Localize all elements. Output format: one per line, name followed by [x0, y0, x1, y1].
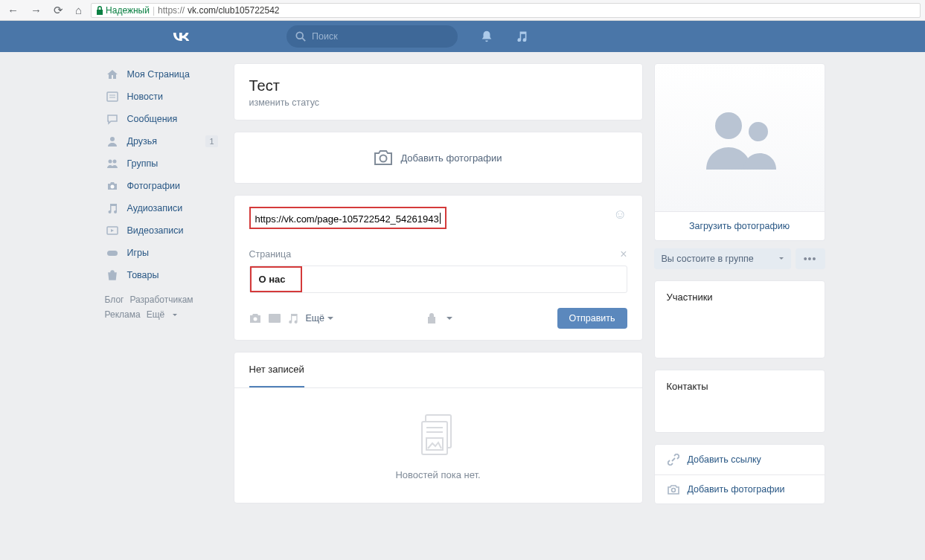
camera-icon — [667, 484, 680, 495]
attach-audio-icon[interactable] — [288, 313, 298, 324]
sidebar-item-label: Видеозаписи — [127, 225, 184, 236]
sidebar-item-label: Фотографии — [127, 181, 180, 191]
groups-icon — [105, 158, 120, 170]
remove-attachment-icon[interactable]: × — [620, 248, 627, 261]
home-icon[interactable]: ⌂ — [72, 4, 85, 16]
footer-ads[interactable]: Реклама — [105, 309, 141, 320]
change-status-link[interactable]: изменить статус — [249, 97, 627, 108]
search-icon — [295, 31, 306, 42]
sidebar-item-photos[interactable]: Фотографии — [100, 175, 223, 197]
wall-tab[interactable]: Нет записей — [249, 353, 304, 387]
attach-more-button[interactable]: Ещё — [306, 313, 334, 324]
group-avatar-icon — [699, 106, 781, 170]
notifications-icon[interactable] — [480, 30, 493, 43]
market-icon — [105, 269, 120, 281]
post-textarea[interactable]: https://vk.com/page-105722542_54261943 — [249, 207, 447, 229]
add-link-button[interactable]: Добавить ссылку — [655, 445, 825, 474]
more-actions-button[interactable]: ••• — [796, 248, 825, 269]
svg-point-21 — [671, 489, 675, 492]
news-icon — [105, 91, 120, 103]
sidebar-item-video[interactable]: Видеозаписи — [100, 219, 223, 242]
sidebar-item-friends[interactable]: Друзья1 — [100, 130, 223, 152]
side-actions-block: Добавить ссылку Добавить фотографии — [654, 444, 825, 504]
friends-icon — [105, 135, 120, 147]
sidebar-item-label: Товары — [127, 270, 159, 280]
secure-badge: Надежный — [96, 5, 150, 16]
search-input[interactable] — [310, 30, 449, 42]
group-title: Тест — [249, 77, 627, 94]
footer-more[interactable]: Ещё — [147, 309, 184, 320]
address-bar[interactable]: Надежный | https://vk.com/club105722542 — [91, 3, 921, 18]
sidebar-item-market[interactable]: Товары — [100, 264, 223, 286]
svg-point-5 — [110, 137, 115, 141]
wall: Нет записей Новостей пока нет. — [234, 352, 643, 503]
svg-point-0 — [296, 32, 303, 39]
svg-rect-10 — [107, 251, 118, 256]
footer-blog[interactable]: Блог — [105, 295, 124, 305]
svg-point-7 — [112, 160, 116, 164]
secure-label: Надежный — [106, 5, 150, 16]
sidebar-item-label: Моя Страница — [127, 69, 190, 80]
svg-point-8 — [110, 185, 114, 189]
upload-photo-button[interactable]: Загрузить фотографию — [654, 212, 825, 241]
home-icon — [105, 68, 120, 80]
svg-rect-13 — [269, 314, 281, 323]
search-field[interactable] — [287, 25, 458, 48]
send-button[interactable]: Отправить — [557, 308, 627, 329]
camera-icon — [105, 180, 120, 192]
footer-dev[interactable]: Разработчикам — [129, 295, 193, 305]
sidebar-item-audio[interactable]: Аудиозаписи — [100, 197, 223, 219]
sidebar-item-label: Новости — [127, 91, 163, 102]
sidebar-item-label: Группы — [127, 158, 159, 169]
attachment-title: О нас — [250, 266, 302, 292]
empty-wall-icon — [421, 414, 455, 456]
add-link-label: Добавить ссылку — [688, 454, 761, 465]
members-block[interactable]: Участники — [654, 280, 825, 358]
back-icon[interactable]: ← — [4, 4, 22, 16]
forward-icon[interactable]: → — [28, 4, 45, 16]
group-avatar-placeholder — [654, 63, 825, 212]
attachment-type-label: Страница — [249, 249, 292, 260]
sidebar-item-news[interactable]: Новости — [100, 86, 223, 108]
sidebar-item-messages[interactable]: Сообщения — [100, 108, 223, 130]
contacts-title: Контакты — [667, 381, 813, 392]
attach-video-icon[interactable] — [269, 313, 281, 324]
svg-line-1 — [302, 38, 305, 41]
svg-point-11 — [380, 155, 387, 162]
reload-icon[interactable]: ⟳ — [51, 4, 66, 17]
post-options-icon[interactable] — [447, 317, 452, 323]
sidebar-footer: БлогРазработчикам РекламаЕщё — [100, 286, 223, 328]
privacy-icon[interactable] — [427, 313, 436, 324]
sidebar-item-label: Игры — [127, 248, 149, 258]
add-photos-button[interactable]: Добавить фотографии — [234, 132, 643, 184]
svg-point-12 — [253, 318, 257, 321]
add-photos-side-button[interactable]: Добавить фотографии — [655, 475, 825, 503]
emoji-icon[interactable]: ☺ — [613, 207, 627, 222]
membership-button[interactable]: Вы состоите в группе — [654, 248, 791, 269]
lock-icon — [96, 6, 103, 15]
sidebar-item-label: Друзья — [127, 136, 158, 147]
url-path: vk.com/club105722542 — [188, 5, 279, 16]
sidebar-item-games[interactable]: Игры — [100, 242, 223, 264]
contacts-block[interactable]: Контакты — [654, 370, 825, 433]
post-text-content: https://vk.com/page-105722542_54261943 — [255, 213, 439, 225]
sidebar-item-my-page[interactable]: Моя Страница — [100, 63, 223, 86]
sidebar: Моя Страница Новости Сообщения Друзья1 Г… — [100, 63, 223, 328]
url-scheme: https:// — [158, 5, 185, 16]
svg-point-19 — [715, 112, 742, 139]
vk-logo-icon[interactable] — [169, 30, 190, 43]
sidebar-item-label: Сообщения — [127, 114, 178, 124]
sidebar-item-groups[interactable]: Группы — [100, 152, 223, 175]
attach-photo-icon[interactable] — [249, 313, 261, 324]
add-photos-label: Добавить фотографии — [400, 152, 502, 164]
vk-top-bar — [0, 21, 925, 52]
page-attachment[interactable]: О нас — [249, 265, 627, 293]
link-icon — [667, 454, 680, 466]
music-icon[interactable] — [516, 30, 528, 42]
browser-chrome: ← → ⟳ ⌂ Надежный | https://vk.com/club10… — [0, 0, 925, 21]
post-composer: https://vk.com/page-105722542_54261943 ☺… — [234, 195, 643, 341]
empty-wall-text: Новостей пока нет. — [395, 469, 480, 480]
friends-badge: 1 — [205, 135, 217, 147]
sidebar-item-label: Аудиозаписи — [127, 203, 183, 213]
audio-icon — [105, 202, 120, 214]
